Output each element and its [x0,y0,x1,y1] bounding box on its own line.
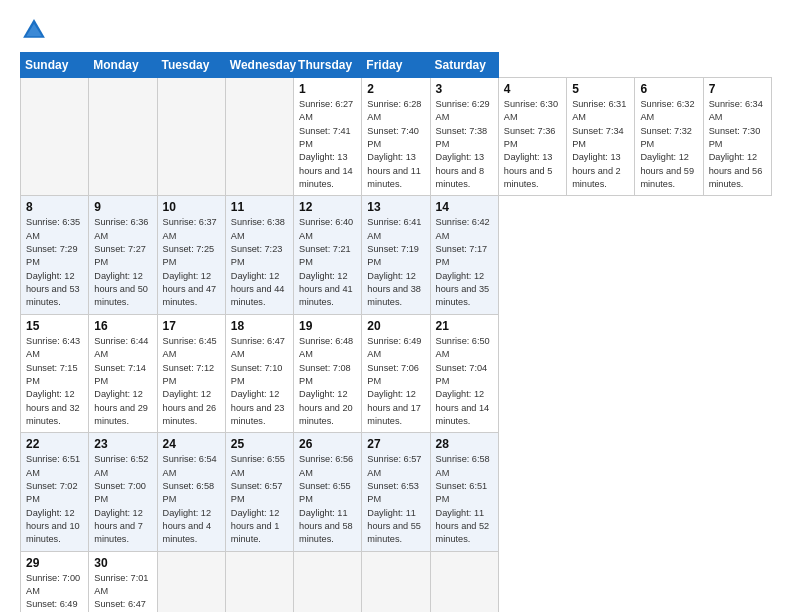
day-info: Sunrise: 6:37 AMSunset: 7:25 PMDaylight:… [163,216,221,309]
calendar-cell: 17Sunrise: 6:45 AMSunset: 7:12 PMDayligh… [157,314,225,432]
day-info: Sunrise: 6:34 AMSunset: 7:30 PMDaylight:… [709,98,767,191]
day-number: 11 [231,200,289,214]
day-number: 16 [94,319,152,333]
day-info: Sunrise: 6:55 AMSunset: 6:57 PMDaylight:… [231,453,289,546]
day-number: 13 [367,200,425,214]
calendar-cell: 14Sunrise: 6:42 AMSunset: 7:17 PMDayligh… [430,196,498,314]
calendar-cell: 11Sunrise: 6:38 AMSunset: 7:23 PMDayligh… [225,196,293,314]
calendar-cell: 5Sunrise: 6:31 AMSunset: 7:34 PMDaylight… [567,78,635,196]
logo-icon [20,16,48,44]
day-number: 15 [26,319,84,333]
col-header-thursday: Thursday [294,53,362,78]
day-info: Sunrise: 6:36 AMSunset: 7:27 PMDaylight:… [94,216,152,309]
day-number: 19 [299,319,357,333]
calendar-cell [157,551,225,612]
day-number: 17 [163,319,221,333]
calendar-cell: 21Sunrise: 6:50 AMSunset: 7:04 PMDayligh… [430,314,498,432]
week-row-3: 15Sunrise: 6:43 AMSunset: 7:15 PMDayligh… [21,314,772,432]
col-header-tuesday: Tuesday [157,53,225,78]
page: SundayMondayTuesdayWednesdayThursdayFrid… [0,0,792,612]
day-number: 21 [436,319,494,333]
day-number: 5 [572,82,630,96]
day-number: 27 [367,437,425,451]
col-header-saturday: Saturday [430,53,498,78]
header-row: SundayMondayTuesdayWednesdayThursdayFrid… [21,53,772,78]
calendar-cell: 13Sunrise: 6:41 AMSunset: 7:19 PMDayligh… [362,196,430,314]
calendar-cell [362,551,430,612]
day-info: Sunrise: 6:35 AMSunset: 7:29 PMDaylight:… [26,216,84,309]
calendar-cell: 7Sunrise: 6:34 AMSunset: 7:30 PMDaylight… [703,78,771,196]
calendar-cell: 16Sunrise: 6:44 AMSunset: 7:14 PMDayligh… [89,314,157,432]
header [20,16,772,44]
calendar-cell: 1Sunrise: 6:27 AMSunset: 7:41 PMDaylight… [294,78,362,196]
calendar-cell: 18Sunrise: 6:47 AMSunset: 7:10 PMDayligh… [225,314,293,432]
day-info: Sunrise: 6:41 AMSunset: 7:19 PMDaylight:… [367,216,425,309]
calendar-cell: 26Sunrise: 6:56 AMSunset: 6:55 PMDayligh… [294,433,362,551]
day-info: Sunrise: 6:58 AMSunset: 6:51 PMDaylight:… [436,453,494,546]
day-info: Sunrise: 6:43 AMSunset: 7:15 PMDaylight:… [26,335,84,428]
calendar-cell: 15Sunrise: 6:43 AMSunset: 7:15 PMDayligh… [21,314,89,432]
logo [20,16,52,44]
day-number: 18 [231,319,289,333]
day-info: Sunrise: 6:48 AMSunset: 7:08 PMDaylight:… [299,335,357,428]
calendar-cell: 19Sunrise: 6:48 AMSunset: 7:08 PMDayligh… [294,314,362,432]
col-header-monday: Monday [89,53,157,78]
day-info: Sunrise: 7:01 AMSunset: 6:47 PMDaylight:… [94,572,152,612]
day-info: Sunrise: 6:51 AMSunset: 7:02 PMDaylight:… [26,453,84,546]
calendar-cell: 23Sunrise: 6:52 AMSunset: 7:00 PMDayligh… [89,433,157,551]
calendar-cell: 20Sunrise: 6:49 AMSunset: 7:06 PMDayligh… [362,314,430,432]
calendar-cell: 25Sunrise: 6:55 AMSunset: 6:57 PMDayligh… [225,433,293,551]
day-number: 28 [436,437,494,451]
day-number: 14 [436,200,494,214]
calendar-cell: 6Sunrise: 6:32 AMSunset: 7:32 PMDaylight… [635,78,703,196]
day-number: 7 [709,82,767,96]
calendar-cell: 27Sunrise: 6:57 AMSunset: 6:53 PMDayligh… [362,433,430,551]
day-number: 6 [640,82,698,96]
col-header-sunday: Sunday [21,53,89,78]
day-info: Sunrise: 6:47 AMSunset: 7:10 PMDaylight:… [231,335,289,428]
day-number: 10 [163,200,221,214]
day-number: 22 [26,437,84,451]
day-number: 20 [367,319,425,333]
calendar-cell: 2Sunrise: 6:28 AMSunset: 7:40 PMDaylight… [362,78,430,196]
day-number: 29 [26,556,84,570]
day-number: 4 [504,82,562,96]
day-info: Sunrise: 6:31 AMSunset: 7:34 PMDaylight:… [572,98,630,191]
calendar-cell: 8Sunrise: 6:35 AMSunset: 7:29 PMDaylight… [21,196,89,314]
day-info: Sunrise: 6:30 AMSunset: 7:36 PMDaylight:… [504,98,562,191]
calendar-cell: 22Sunrise: 6:51 AMSunset: 7:02 PMDayligh… [21,433,89,551]
day-info: Sunrise: 6:56 AMSunset: 6:55 PMDaylight:… [299,453,357,546]
calendar-cell: 30Sunrise: 7:01 AMSunset: 6:47 PMDayligh… [89,551,157,612]
week-row-2: 8Sunrise: 6:35 AMSunset: 7:29 PMDaylight… [21,196,772,314]
day-info: Sunrise: 6:40 AMSunset: 7:21 PMDaylight:… [299,216,357,309]
day-number: 2 [367,82,425,96]
calendar-cell [294,551,362,612]
calendar-cell [157,78,225,196]
day-info: Sunrise: 6:28 AMSunset: 7:40 PMDaylight:… [367,98,425,191]
calendar-cell [21,78,89,196]
calendar-cell [225,78,293,196]
day-number: 26 [299,437,357,451]
day-info: Sunrise: 6:27 AMSunset: 7:41 PMDaylight:… [299,98,357,191]
day-info: Sunrise: 7:00 AMSunset: 6:49 PMDaylight:… [26,572,84,612]
day-number: 9 [94,200,152,214]
day-info: Sunrise: 6:57 AMSunset: 6:53 PMDaylight:… [367,453,425,546]
calendar-table: SundayMondayTuesdayWednesdayThursdayFrid… [20,52,772,612]
week-row-5: 29Sunrise: 7:00 AMSunset: 6:49 PMDayligh… [21,551,772,612]
day-number: 1 [299,82,357,96]
day-info: Sunrise: 6:32 AMSunset: 7:32 PMDaylight:… [640,98,698,191]
calendar-cell: 10Sunrise: 6:37 AMSunset: 7:25 PMDayligh… [157,196,225,314]
calendar-cell: 29Sunrise: 7:00 AMSunset: 6:49 PMDayligh… [21,551,89,612]
day-number: 3 [436,82,494,96]
calendar-cell [225,551,293,612]
calendar-cell [430,551,498,612]
day-info: Sunrise: 6:42 AMSunset: 7:17 PMDaylight:… [436,216,494,309]
calendar-cell: 9Sunrise: 6:36 AMSunset: 7:27 PMDaylight… [89,196,157,314]
day-number: 30 [94,556,152,570]
day-info: Sunrise: 6:44 AMSunset: 7:14 PMDaylight:… [94,335,152,428]
day-number: 25 [231,437,289,451]
day-info: Sunrise: 6:29 AMSunset: 7:38 PMDaylight:… [436,98,494,191]
calendar-cell: 12Sunrise: 6:40 AMSunset: 7:21 PMDayligh… [294,196,362,314]
col-header-friday: Friday [362,53,430,78]
col-header-wednesday: Wednesday [225,53,293,78]
